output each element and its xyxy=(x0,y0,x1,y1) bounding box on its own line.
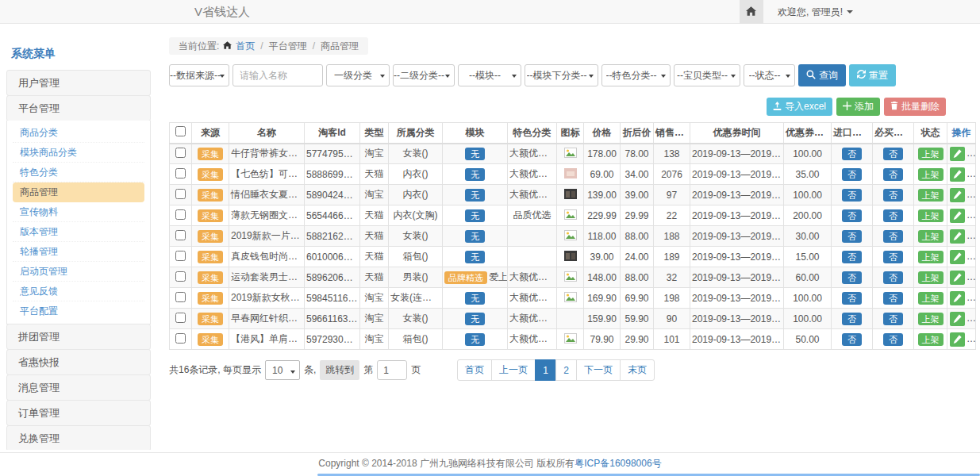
pager-button-末页[interactable]: 末页 xyxy=(620,359,655,381)
edit-button[interactable] xyxy=(950,188,965,202)
sidebar-subitem-link[interactable]: 意见反馈 xyxy=(13,282,144,301)
row-checkbox[interactable] xyxy=(175,148,186,158)
sidebar-item[interactable]: 订单管理 xyxy=(6,400,151,426)
select-all-checkbox[interactable] xyxy=(175,126,186,136)
filter-select[interactable]: --二级分类-- xyxy=(393,64,455,86)
sidebar-subitem-link[interactable]: 模块商品分类 xyxy=(13,143,144,163)
sidebar-subitem-link[interactable]: 版本管理 xyxy=(13,222,144,242)
sidebar-item[interactable]: 兑换管理 xyxy=(6,425,151,450)
edit-button[interactable] xyxy=(950,250,965,264)
filter-select[interactable]: 一级分类 xyxy=(326,64,390,86)
must-buy-toggle[interactable]: 否 xyxy=(883,333,903,346)
row-checkbox[interactable] xyxy=(175,230,186,240)
sidebar-subitem-active[interactable]: 商品管理 xyxy=(13,182,144,202)
must-buy-toggle[interactable]: 否 xyxy=(883,189,903,202)
import-select-toggle[interactable]: 否 xyxy=(842,271,862,284)
import-select-toggle[interactable]: 否 xyxy=(842,209,862,222)
sidebar-item[interactable]: 省惠快报 xyxy=(6,349,151,375)
must-buy-toggle[interactable]: 否 xyxy=(883,209,903,222)
sidebar-subitem-link[interactable]: 商品分类 xyxy=(13,123,144,143)
add-button[interactable]: 添加 xyxy=(836,98,880,116)
sidebar-subitem-link[interactable]: 平台配置 xyxy=(13,301,144,321)
row-checkbox[interactable] xyxy=(175,271,186,282)
import-select-toggle[interactable]: 否 xyxy=(842,148,862,160)
edit-button[interactable] xyxy=(950,291,965,305)
filter-select[interactable]: --特色分类-- xyxy=(601,64,671,86)
sidebar-subitem-link[interactable]: 宣传物料 xyxy=(13,202,144,222)
row-checkbox[interactable] xyxy=(175,209,186,220)
icp-link[interactable]: 粤ICP备16098006号 xyxy=(575,458,661,469)
status-badge[interactable]: 上架 xyxy=(918,148,943,160)
must-buy-toggle[interactable]: 否 xyxy=(883,168,903,181)
import-select-toggle[interactable]: 否 xyxy=(842,313,862,325)
batch-delete-button[interactable]: 批量删除 xyxy=(884,98,946,116)
page-number-input[interactable] xyxy=(377,360,407,380)
pager-button-上一页[interactable]: 上一页 xyxy=(491,359,536,381)
status-badge[interactable]: 上架 xyxy=(918,189,943,202)
filter-select[interactable]: --模块-- xyxy=(458,64,521,86)
must-buy-toggle[interactable]: 否 xyxy=(883,271,903,284)
must-buy-toggle[interactable]: 否 xyxy=(883,292,903,305)
must-buy-toggle[interactable]: 否 xyxy=(883,313,903,325)
pager-button-下一页[interactable]: 下一页 xyxy=(576,359,621,381)
sidebar-subitem-link[interactable]: 启动页管理 xyxy=(13,262,144,282)
pager-button-1[interactable]: 1 xyxy=(535,359,556,381)
must-buy-toggle[interactable]: 否 xyxy=(883,230,903,243)
import-select-toggle[interactable]: 否 xyxy=(842,251,862,263)
sidebar-item-platform-mgmt[interactable]: 平台管理 xyxy=(6,95,151,121)
edit-button[interactable] xyxy=(950,271,965,285)
edit-button[interactable] xyxy=(950,312,965,326)
sidebar-item[interactable]: 拼团管理 xyxy=(6,324,151,350)
row-checkbox[interactable] xyxy=(175,251,186,261)
status-badge[interactable]: 上架 xyxy=(918,271,943,284)
reset-button[interactable]: 重置 xyxy=(849,64,896,86)
row-checkbox[interactable] xyxy=(175,189,186,199)
status-badge[interactable]: 上架 xyxy=(918,313,943,325)
import-select-toggle[interactable]: 否 xyxy=(842,292,862,305)
row-checkbox[interactable] xyxy=(175,292,186,302)
edit-button[interactable] xyxy=(950,209,965,223)
sidebar-item-user-mgmt[interactable]: 用户管理 xyxy=(6,70,151,96)
status-badge[interactable]: 上架 xyxy=(918,292,943,305)
import-select-toggle[interactable]: 否 xyxy=(842,333,862,346)
icon-cell xyxy=(557,226,584,247)
row-checkbox[interactable] xyxy=(175,168,186,178)
pager-button-2[interactable]: 2 xyxy=(555,359,577,381)
edit-button[interactable] xyxy=(950,332,965,347)
sidebar-item[interactable]: 消息管理 xyxy=(6,374,151,401)
import-excel-button[interactable]: 导入excel xyxy=(767,98,832,116)
search-button[interactable]: 查询 xyxy=(798,64,846,86)
row-checkbox[interactable] xyxy=(175,333,186,344)
name-search-input[interactable] xyxy=(233,64,323,86)
pager-button-首页[interactable]: 首页 xyxy=(457,359,492,381)
per-page-select[interactable]: 10 xyxy=(265,360,300,380)
import-select-toggle[interactable]: 否 xyxy=(842,168,862,181)
filter-select[interactable]: --模块下分类-- xyxy=(525,64,598,86)
filter-select[interactable]: --状态-- xyxy=(744,64,795,86)
edit-button[interactable] xyxy=(950,147,965,161)
sidebar-subitem-link[interactable]: 轮播管理 xyxy=(13,242,144,262)
status-badge[interactable]: 上架 xyxy=(918,230,943,243)
filter-select[interactable]: --数据来源-- xyxy=(169,64,229,86)
sidebar-subitem-link[interactable]: 特色分类 xyxy=(13,163,144,182)
must-buy-toggle[interactable]: 否 xyxy=(883,148,903,160)
import-select-toggle[interactable]: 否 xyxy=(842,189,862,202)
edit-button[interactable] xyxy=(950,167,965,182)
filter-select-label: --模块下分类-- xyxy=(527,69,597,83)
home-button[interactable] xyxy=(740,0,763,24)
type-cell: 天猫 xyxy=(360,164,389,185)
coupon-amount-cell: 100.00 xyxy=(784,309,832,329)
status-badge[interactable]: 上架 xyxy=(918,251,943,263)
import-select-toggle[interactable]: 否 xyxy=(842,230,862,243)
user-menu[interactable]: 欢迎您, 管理员! xyxy=(778,6,853,19)
must-buy-toggle[interactable]: 否 xyxy=(883,251,903,263)
status-badge[interactable]: 上架 xyxy=(918,168,943,181)
status-badge[interactable]: 上架 xyxy=(918,209,943,222)
breadcrumb-home-link[interactable]: 首页 xyxy=(236,40,255,53)
row-checkbox[interactable] xyxy=(175,313,186,323)
status-badge[interactable]: 上架 xyxy=(918,333,943,346)
breadcrumb-separator: / xyxy=(311,40,317,52)
filter-select[interactable]: --宝贝类型-- xyxy=(674,64,740,86)
jump-button[interactable]: 跳转到 xyxy=(320,360,359,380)
edit-button[interactable] xyxy=(950,229,965,244)
